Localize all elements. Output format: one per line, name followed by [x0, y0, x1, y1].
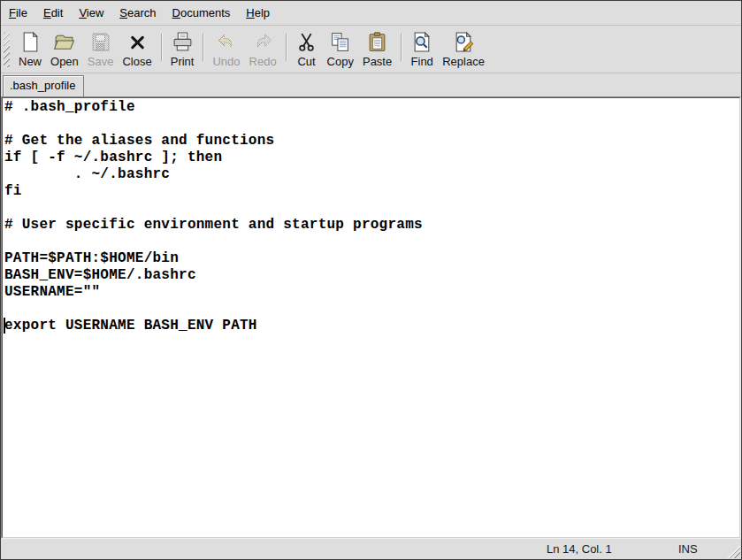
toolbar-separator: [161, 34, 162, 61]
code-line: [4, 116, 739, 133]
toolbar-drag-handle[interactable]: [4, 32, 10, 67]
scissors-icon: [295, 30, 318, 54]
redo-button-label: Redo: [249, 55, 277, 68]
open-button-label: Open: [50, 55, 79, 68]
toolbar: New Open Save Close Print: [1, 26, 741, 73]
clipboard-paste-icon: [366, 30, 389, 54]
save-button-label: Save: [88, 55, 114, 68]
copy-button[interactable]: Copy: [323, 27, 358, 72]
menu-documents-mnemonic: D: [172, 6, 180, 19]
replace-button-label: Replace: [442, 55, 485, 68]
status-bar: Ln 14, Col. 1 INS: [1, 539, 741, 559]
menu-documents-label: ocuments: [180, 6, 230, 19]
find-button[interactable]: Find: [406, 27, 438, 72]
menu-documents[interactable]: Documents: [164, 1, 239, 25]
menu-help[interactable]: Help: [238, 1, 278, 25]
copy-button-label: Copy: [327, 55, 354, 68]
menu-file[interactable]: File: [1, 1, 35, 25]
code-line: # Get the aliases and functions: [4, 133, 739, 150]
new-button-label: New: [19, 55, 42, 68]
text-cursor: [4, 318, 5, 334]
new-document-icon: [19, 30, 42, 54]
menu-view-label: iew: [87, 6, 104, 19]
menu-edit-label: dit: [51, 6, 64, 19]
tab-bar: .bash_profile: [1, 73, 741, 96]
redo-arrow-icon: [251, 30, 274, 54]
close-x-icon: [126, 30, 149, 54]
resize-grip[interactable]: [725, 543, 740, 558]
menu-edit[interactable]: Edit: [35, 1, 71, 25]
replace-button[interactable]: Replace: [438, 27, 489, 72]
code-line: fi: [4, 183, 739, 200]
paste-button-label: Paste: [363, 55, 392, 68]
menu-view-mnemonic: V: [79, 6, 86, 19]
menu-search[interactable]: Search: [111, 1, 164, 25]
tab-label: .bash_profile: [10, 79, 75, 92]
menu-help-mnemonic: H: [246, 6, 254, 19]
close-button[interactable]: Close: [118, 27, 156, 72]
redo-button[interactable]: Redo: [245, 27, 281, 72]
print-button-label: Print: [171, 55, 195, 68]
open-button[interactable]: Open: [46, 27, 83, 72]
code-line: [4, 301, 739, 318]
save-floppy-icon: [89, 30, 112, 54]
save-button[interactable]: Save: [83, 27, 119, 72]
menu-view[interactable]: View: [71, 1, 111, 25]
editor-frame: # .bash_profile # Get the aliases and fu…: [1, 96, 741, 539]
menu-file-label: ile: [16, 6, 27, 19]
code-line: USERNAME="": [4, 284, 739, 301]
text-editor[interactable]: # .bash_profile # Get the aliases and fu…: [2, 97, 740, 538]
find-magnifier-icon: [410, 30, 433, 54]
menu-search-mnemonic: S: [119, 6, 127, 19]
undo-button-label: Undo: [212, 55, 240, 68]
code-line: BASH_ENV=$HOME/.bashrc: [4, 267, 739, 284]
cut-button[interactable]: Cut: [291, 27, 323, 72]
menu-edit-mnemonic: E: [43, 6, 51, 19]
toolbar-separator: [401, 34, 402, 61]
code-line: [4, 234, 739, 250]
open-folder-icon: [53, 30, 76, 54]
code-line: [4, 200, 739, 217]
toolbar-separator: [203, 34, 203, 61]
menu-search-label: earch: [127, 6, 157, 19]
printer-icon: [171, 30, 194, 54]
find-button-label: Find: [411, 55, 433, 68]
menu-bar: File Edit View Search Documents Help: [1, 1, 741, 26]
code-line: . ~/.bashrc: [4, 166, 739, 183]
code-line: if [ -f ~/.bashrc ]; then: [4, 150, 739, 166]
close-button-label: Close: [122, 55, 151, 68]
code-line: # .bash_profile: [4, 99, 739, 116]
undo-button[interactable]: Undo: [208, 27, 244, 72]
code-line: export USERNAME BASH_ENV PATH: [4, 318, 739, 334]
menu-help-label: elp: [255, 6, 270, 19]
toolbar-separator: [286, 34, 287, 61]
replace-magnifier-pencil-icon: [452, 30, 475, 54]
text-editor-window: File Edit View Search Documents Help New…: [0, 0, 742, 560]
copy-pages-icon: [329, 30, 352, 54]
paste-button[interactable]: Paste: [358, 27, 396, 72]
new-button[interactable]: New: [14, 27, 46, 72]
code-line: # User specific environment and startup …: [4, 217, 739, 234]
menu-file-mnemonic: F: [9, 6, 16, 19]
print-button[interactable]: Print: [166, 27, 199, 72]
cursor-position: Ln 14, Col. 1: [547, 542, 612, 556]
cut-button-label: Cut: [297, 55, 315, 68]
insert-mode-indicator: INS: [678, 542, 698, 556]
undo-arrow-icon: [215, 30, 238, 54]
code-line: PATH=$PATH:$HOME/bin: [4, 250, 739, 267]
tab-bash-profile[interactable]: .bash_profile: [3, 75, 84, 96]
